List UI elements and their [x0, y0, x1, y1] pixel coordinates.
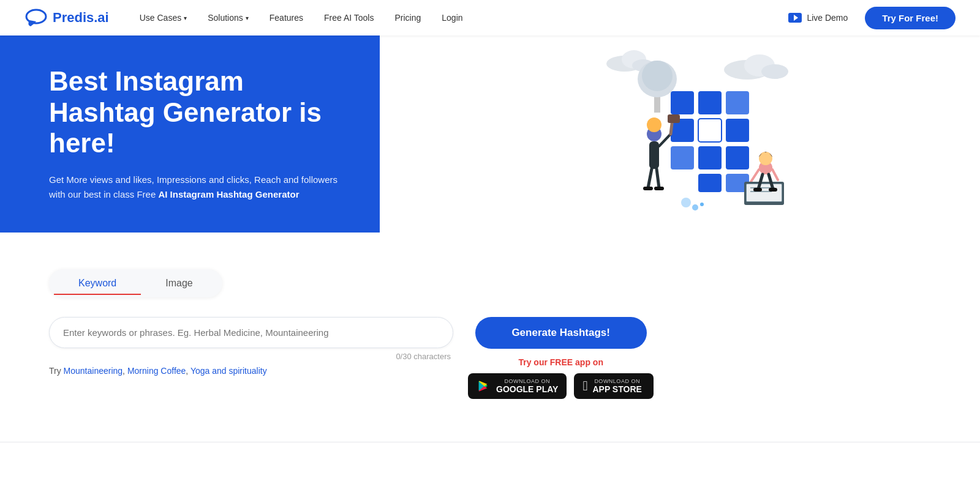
- svg-point-32: [759, 152, 772, 165]
- svg-rect-30: [668, 114, 680, 123]
- svg-rect-18: [726, 146, 749, 169]
- svg-line-25: [648, 169, 652, 188]
- svg-rect-16: [671, 146, 694, 169]
- footer-divider: [0, 442, 980, 442]
- tab-image[interactable]: Image: [141, 272, 217, 295]
- chevron-down-icon: ▾: [246, 15, 249, 21]
- tab-bar: Keyword Image: [49, 269, 222, 297]
- app-download-label: Try our FREE app on: [468, 357, 654, 367]
- hashtag-svg: [564, 48, 796, 220]
- svg-point-3: [761, 64, 788, 79]
- svg-point-9: [642, 61, 673, 91]
- svg-rect-43: [769, 188, 777, 192]
- nav-links: Use Cases ▾ Solutions ▾ Features Free AI…: [131, 8, 782, 28]
- nav-login[interactable]: Login: [433, 8, 471, 28]
- tab-keyword[interactable]: Keyword: [54, 272, 141, 295]
- nav-free-ai-tools[interactable]: Free AI Tools: [315, 8, 382, 28]
- nav-solutions[interactable]: Solutions ▾: [199, 8, 257, 28]
- logo-text: Predis.ai: [53, 10, 109, 26]
- svg-point-46: [700, 203, 704, 206]
- svg-rect-12: [726, 91, 749, 114]
- hero-content: Best Instagram Hashtag Generator is here…: [0, 35, 380, 233]
- search-section: Keyword Image 0/30 characters Try Mounta…: [0, 233, 980, 423]
- svg-rect-15: [726, 119, 749, 142]
- video-icon: [788, 13, 802, 23]
- apple-icon: : [582, 379, 587, 393]
- app-store-badge[interactable]:  Download on APP STORE: [574, 373, 654, 399]
- google-play-icon: [477, 379, 491, 393]
- app-store-text: Download on APP STORE: [592, 378, 641, 394]
- nav-use-cases[interactable]: Use Cases ▾: [131, 8, 195, 28]
- logo[interactable]: Predis.ai: [24, 8, 109, 28]
- svg-line-33: [751, 169, 759, 182]
- app-download: Try our FREE app on: [468, 357, 654, 399]
- keyword-input[interactable]: [49, 317, 453, 348]
- svg-rect-37: [747, 184, 782, 201]
- svg-rect-14: [698, 119, 722, 142]
- live-demo-button[interactable]: Live Demo: [781, 8, 855, 28]
- char-count: 0/30 characters: [49, 352, 451, 361]
- generate-button[interactable]: Generate Hashtags!: [475, 317, 647, 349]
- svg-rect-27: [643, 187, 653, 190]
- try-link-morning-coffee[interactable]: Morning Coffee: [127, 366, 186, 376]
- nav-right: Live Demo Try For Free!: [781, 7, 956, 29]
- svg-line-26: [657, 169, 659, 188]
- app-badges: Download on GOOGLE PLAY  Download on AP…: [468, 373, 654, 399]
- navbar: Predis.ai Use Cases ▾ Solutions ▾ Featur…: [0, 0, 980, 35]
- hero-title: Best Instagram Hashtag Generator is here…: [49, 66, 343, 159]
- svg-point-45: [692, 204, 698, 210]
- try-link-mountaineering[interactable]: Mountaineering: [64, 366, 123, 376]
- svg-rect-28: [654, 187, 664, 190]
- google-play-text: Download on GOOGLE PLAY: [496, 378, 558, 394]
- chevron-down-icon: ▾: [184, 15, 187, 21]
- try-link-yoga[interactable]: Yoga and spirituality: [190, 366, 267, 376]
- nav-pricing[interactable]: Pricing: [386, 8, 429, 28]
- hero-section: Best Instagram Hashtag Generator is here…: [0, 35, 980, 233]
- hero-illustration: [380, 35, 980, 233]
- svg-rect-10: [671, 91, 694, 114]
- google-play-badge[interactable]: Download on GOOGLE PLAY: [468, 373, 567, 399]
- nav-features[interactable]: Features: [261, 8, 312, 28]
- svg-point-23: [647, 117, 662, 132]
- logo-icon: [24, 8, 48, 28]
- svg-rect-19: [698, 174, 722, 192]
- svg-rect-11: [698, 91, 722, 114]
- try-free-button[interactable]: Try For Free!: [865, 7, 956, 29]
- svg-rect-22: [649, 141, 659, 169]
- search-input-area: 0/30 characters Try Mountaineering, Morn…: [49, 317, 453, 376]
- svg-rect-17: [698, 146, 722, 169]
- search-row: 0/30 characters Try Mountaineering, Morn…: [49, 317, 931, 399]
- search-right: Generate Hashtags! Try our FREE app on: [468, 317, 654, 399]
- svg-rect-42: [753, 188, 762, 192]
- svg-point-44: [681, 198, 691, 207]
- try-links: Try Mountaineering, Morning Coffee, Yoga…: [49, 366, 453, 376]
- svg-line-34: [772, 169, 778, 180]
- hero-subtitle: Get More views and likes, Impressions an…: [49, 173, 343, 202]
